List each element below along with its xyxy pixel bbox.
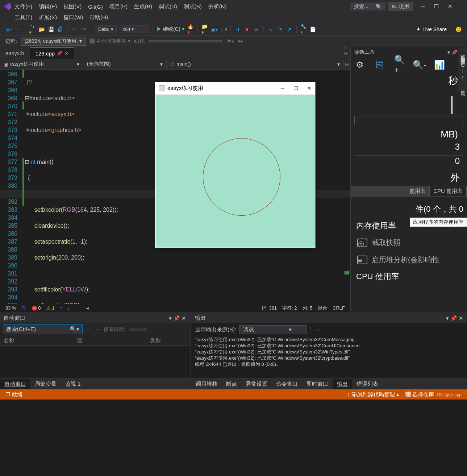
- dropdown-icon[interactable]: ▾: [447, 49, 450, 55]
- error-count[interactable]: ✕ 0: [32, 305, 41, 311]
- folder-icon[interactable]: 📁▾: [201, 26, 208, 33]
- fwd-icon[interactable]: ◦: [15, 26, 21, 33]
- ctx-scope[interactable]: (全局范围)▾: [83, 60, 167, 69]
- clear-icon[interactable]: ≡: [314, 327, 321, 333]
- dropdown-icon[interactable]: ▾: [446, 315, 449, 321]
- close-icon[interactable]: ✕: [182, 315, 186, 321]
- open-icon[interactable]: 📂: [38, 26, 45, 33]
- close-tab-icon[interactable]: ✕: [64, 51, 68, 56]
- menu-help[interactable]: 帮助(H): [89, 14, 108, 21]
- config-combo[interactable]: Debu ▾: [95, 25, 117, 33]
- new-icon[interactable]: 🗀▾: [29, 26, 36, 33]
- split-icon[interactable]: ⊞: [344, 61, 350, 67]
- tab-easyx[interactable]: easyx.h: [0, 47, 30, 59]
- pin-icon[interactable]: 📌: [451, 49, 458, 55]
- menu-window[interactable]: 窗口(W): [63, 14, 83, 21]
- liveshare-button[interactable]: 🖈 Live Share: [416, 26, 447, 32]
- stepin-icon[interactable]: ↘: [267, 26, 274, 33]
- gear-icon[interactable]: ⚙: [354, 59, 365, 70]
- saveall-icon[interactable]: 🗐: [57, 26, 64, 33]
- redo-icon[interactable]: ↷: [81, 26, 87, 33]
- nav-back-icon[interactable]: ←: [86, 327, 91, 332]
- btab-exceptions[interactable]: 异常设置: [241, 379, 272, 389]
- back-icon[interactable]: ◉▾: [5, 26, 12, 33]
- indent-mode[interactable]: 混合: [318, 305, 327, 311]
- btab-breakpoints[interactable]: 断点: [222, 379, 241, 389]
- btab-auto[interactable]: 自动窗口: [0, 379, 30, 389]
- stack-icon[interactable]: ≡▾: [237, 38, 244, 45]
- btab-locals[interactable]: 局部变量: [30, 379, 61, 389]
- depth-combo[interactable]: [129, 328, 147, 331]
- zoom[interactable]: 83 %: [5, 305, 16, 311]
- menu-project[interactable]: 项目(P): [109, 3, 128, 10]
- easyx-window[interactable]: easyx练习使用 ─ ☐ ✕: [155, 82, 316, 248]
- warn-count[interactable]: ⚠ 1: [46, 305, 55, 311]
- insights-icon[interactable]: 🛡: [22, 305, 26, 311]
- undo-icon[interactable]: ↶: [71, 26, 78, 33]
- thread-combo[interactable]: [149, 40, 222, 42]
- select-repo[interactable]: ▦ 选择仓库: [405, 391, 434, 397]
- exit-icon[interactable]: ⎘: [374, 59, 385, 70]
- pin-icon[interactable]: 📌: [173, 315, 180, 321]
- close-icon[interactable]: ✕: [307, 85, 312, 91]
- tab-cpu-usage[interactable]: CPU 使用率: [430, 186, 467, 196]
- menu-file[interactable]: 文件(F): [14, 3, 32, 10]
- chart-icon[interactable]: 📊: [434, 59, 445, 70]
- flag-icon[interactable]: ⚑▾: [227, 38, 234, 45]
- col-value[interactable]: 值: [77, 337, 150, 344]
- stepout-icon[interactable]: ↗: [286, 26, 293, 33]
- continue-button[interactable]: ▶ 继续(C) ▾: [157, 26, 184, 33]
- pin-icon[interactable]: 📌: [57, 51, 62, 56]
- doc-icon[interactable]: 📄: [310, 26, 316, 33]
- pause-icon[interactable]: ⏸: [234, 26, 241, 33]
- snapshot-row[interactable]: ◎截取快照: [351, 234, 467, 251]
- ctx-func[interactable]: ⬡main()▾: [167, 60, 344, 68]
- pin-icon[interactable]: 📌: [450, 315, 457, 321]
- zoomin-icon[interactable]: 🔍+: [394, 59, 405, 70]
- col-type[interactable]: 类型: [150, 337, 186, 344]
- minimize-icon[interactable]: ─: [281, 85, 284, 91]
- wrench-icon[interactable]: 🔧▾: [300, 26, 307, 33]
- btab-watch[interactable]: 监视 1: [61, 379, 85, 389]
- platform-combo[interactable]: x64 ▾: [120, 25, 149, 33]
- output-content[interactable]: “easyx练习使用.exe”(Win32): 已加载“C:\Windows\S…: [191, 336, 467, 378]
- ctx-project[interactable]: ▣easyx练习使用▾: [0, 60, 83, 69]
- tab-menu-icon[interactable]: ▿ ⊕: [344, 47, 350, 54]
- menu-build[interactable]: 生成(B): [134, 3, 152, 10]
- dropdown-icon[interactable]: ▾: [169, 315, 172, 321]
- nav-up-icon[interactable]: ↑: [60, 305, 62, 311]
- zoomout-icon[interactable]: 🔍-: [414, 59, 425, 70]
- close-icon[interactable]: ✕: [459, 315, 463, 321]
- popup-titlebar[interactable]: easyx练习使用 ─ ☐ ✕: [155, 82, 315, 94]
- menu-ext[interactable]: 扩展(X): [39, 14, 57, 21]
- tab-123cpp[interactable]: 123.cpp📌✕: [30, 47, 74, 59]
- stepover-icon[interactable]: ↷: [277, 26, 283, 33]
- search-box[interactable]: 搜索...🔍: [350, 3, 385, 11]
- heap-row[interactable]: ≡启用堆分析(会影响性: [351, 251, 467, 268]
- menu-tools[interactable]: 工具(T): [14, 14, 32, 21]
- nav-fwd-icon[interactable]: →: [95, 327, 100, 332]
- nav-dn-icon[interactable]: ↓: [68, 305, 70, 311]
- lifecycle[interactable]: ▦ 生命周期事件 ▾: [89, 38, 130, 45]
- btab-immediate[interactable]: 即时窗口: [302, 379, 333, 389]
- menu-git[interactable]: Git(G): [88, 4, 103, 10]
- output-combo[interactable]: 调试 ▾: [239, 325, 307, 334]
- hot-icon[interactable]: 🔥▾: [187, 26, 194, 33]
- menu-analyze[interactable]: 分析(N): [208, 3, 227, 10]
- restart-icon[interactable]: ⟳: [253, 26, 260, 33]
- btab-callstack[interactable]: 调用堆栈: [191, 379, 222, 389]
- maximize-icon[interactable]: ☐: [293, 85, 298, 91]
- menu-test[interactable]: 测试(S): [184, 3, 202, 10]
- add-to-scm[interactable]: ↑ 添加到源代码管理 ▴: [347, 391, 399, 397]
- maximize-icon[interactable]: ☐: [434, 3, 439, 10]
- btab-errorlist[interactable]: 错误列表: [352, 379, 383, 389]
- diag-icon[interactable]: ⋮≡: [220, 26, 227, 33]
- tab-mem-usage[interactable]: 使用率: [351, 186, 430, 196]
- tab-git-changes[interactable]: Git 更改: [459, 62, 466, 88]
- eol-mode[interactable]: CRLF: [333, 305, 345, 311]
- process-combo[interactable]: [26324] easyx练习使用. ▾: [21, 37, 86, 46]
- menu-debug[interactable]: 调试(D): [159, 3, 177, 10]
- close-icon[interactable]: ✕: [448, 3, 453, 10]
- auto-search[interactable]: 搜索(Ctrl+E)🔍▾: [3, 324, 83, 334]
- col-name[interactable]: 名称: [4, 337, 77, 344]
